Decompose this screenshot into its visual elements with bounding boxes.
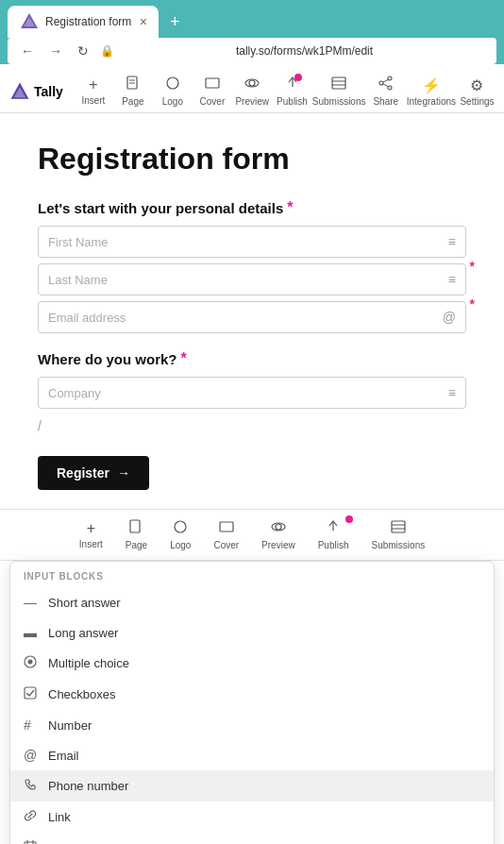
svg-rect-12	[332, 77, 345, 89]
work-required-star: *	[181, 350, 187, 367]
share-icon	[378, 76, 394, 94]
svg-line-19	[383, 84, 388, 87]
phone-number-label: Phone number	[48, 779, 128, 793]
lock-icon: 🔒	[100, 44, 114, 58]
last-name-required: *	[470, 259, 475, 274]
personal-required-star: *	[287, 199, 293, 216]
input-block-long-answer[interactable]: ▬ Long answer	[10, 617, 494, 648]
url-display[interactable]: tally.so/forms/wk1PMm/edit	[122, 44, 487, 58]
input-block-number[interactable]: # Number	[10, 710, 494, 740]
preview-icon	[244, 76, 260, 94]
bottom-page[interactable]: Page	[114, 515, 159, 554]
link-icon	[24, 809, 39, 825]
bottom-cover-icon	[219, 519, 234, 538]
first-name-icon: ≡	[448, 234, 456, 249]
publish-notification-dot	[294, 74, 302, 81]
last-name-placeholder: Last Name	[48, 273, 108, 287]
work-section-label: Where do you work? *	[38, 350, 466, 367]
svg-point-23	[276, 524, 281, 530]
work-section: Where do you work? * Company ≡	[38, 350, 466, 409]
input-block-phone-number[interactable]: Phone number	[10, 770, 494, 802]
company-icon: ≡	[448, 385, 456, 400]
short-answer-icon: —	[24, 595, 39, 610]
input-blocks-panel: INPUT BLOCKS — Short answer ▬ Long answe…	[9, 561, 495, 844]
insert-icon: +	[89, 76, 97, 93]
toolbar-cover[interactable]: Cover	[195, 74, 229, 109]
svg-rect-31	[25, 687, 36, 699]
bottom-publish[interactable]: Publish	[307, 515, 361, 554]
bottom-submissions-label: Submissions	[372, 540, 426, 550]
toolbar-logo-label: Logo	[162, 96, 183, 107]
first-name-field[interactable]: First Name ≡	[38, 226, 466, 258]
toolbar-integrations[interactable]: ⚡ Integrations	[409, 75, 454, 109]
bottom-publish-icon	[326, 519, 341, 538]
svg-point-17	[388, 86, 392, 90]
form-title: Registration form	[38, 142, 466, 177]
toolbar-page[interactable]: Page	[116, 74, 150, 109]
last-name-field[interactable]: Last Name ≡ *	[38, 263, 466, 295]
browser-chrome: Registration form × + ← → ↻ 🔒 tally.so/f…	[0, 0, 504, 64]
short-answer-label: Short answer	[48, 596, 121, 610]
toolbar-share[interactable]: Share	[369, 74, 403, 109]
toolbar-logo[interactable]: Logo	[156, 74, 190, 109]
tally-logo-icon	[9, 81, 30, 102]
svg-point-15	[388, 76, 392, 80]
toolbar-cover-label: Cover	[200, 96, 226, 107]
svg-point-9	[249, 80, 255, 86]
bottom-toolbar: + Insert Page Logo Cover Preview Publish	[0, 509, 504, 561]
toolbar-share-label: Share	[373, 96, 398, 107]
bottom-publish-label: Publish	[318, 540, 349, 550]
input-block-multiple-choice[interactable]: Multiple choice	[10, 648, 494, 679]
toolbar-insert[interactable]: + Insert	[76, 75, 110, 108]
tab-close-btn[interactable]: ×	[140, 14, 147, 29]
svg-point-30	[28, 660, 33, 665]
link-label: Link	[48, 810, 71, 824]
last-name-icon: ≡	[448, 272, 456, 287]
active-tab[interactable]: Registration form ×	[8, 6, 159, 38]
email-icon: @	[443, 310, 456, 325]
cover-icon	[205, 76, 220, 94]
integrations-icon: ⚡	[422, 76, 441, 94]
forward-button[interactable]: →	[45, 42, 66, 60]
input-block-short-answer[interactable]: — Short answer	[10, 587, 494, 617]
input-block-email[interactable]: @ Email	[10, 740, 494, 770]
tally-logo[interactable]: Tally	[9, 81, 63, 102]
register-button[interactable]: Register →	[38, 456, 149, 490]
long-answer-label: Long answer	[48, 626, 118, 640]
bottom-insert[interactable]: + Insert	[68, 516, 114, 553]
submissions-icon	[331, 76, 346, 94]
toolbar-settings[interactable]: ⚙ Settings	[460, 75, 495, 109]
bottom-submissions[interactable]: Submissions	[361, 515, 437, 554]
address-bar: ← → ↻ 🔒 tally.so/forms/wk1PMm/edit	[8, 38, 496, 64]
refresh-button[interactable]: ↻	[74, 42, 92, 60]
input-blocks-header: INPUT BLOCKS	[10, 562, 494, 587]
personal-section-label: Let's start with your personal details *	[38, 199, 466, 216]
email-placeholder: Email address	[48, 311, 126, 325]
toolbar-submissions[interactable]: Submissions	[315, 74, 363, 109]
multiple-choice-label: Multiple choice	[48, 656, 129, 670]
number-label: Number	[48, 718, 92, 733]
email-field[interactable]: Email address @ *	[38, 301, 466, 333]
svg-point-16	[379, 81, 383, 85]
svg-rect-8	[206, 78, 219, 88]
input-block-checkboxes[interactable]: Checkboxes	[10, 679, 494, 710]
bottom-logo[interactable]: Logo	[159, 515, 202, 554]
slash-divider: /	[38, 414, 466, 437]
toolbar-preview-label: Preview	[235, 96, 269, 107]
bottom-preview[interactable]: Preview	[250, 515, 307, 554]
back-button[interactable]: ←	[17, 42, 38, 60]
company-placeholder: Company	[48, 386, 101, 400]
toolbar-insert-label: Insert	[81, 95, 105, 106]
bottom-publish-dot	[345, 515, 353, 523]
tab-title: Registration form	[45, 15, 134, 28]
bottom-cover[interactable]: Cover	[202, 515, 250, 554]
toolbar-preview[interactable]: Preview	[235, 74, 270, 109]
input-block-link[interactable]: Link	[10, 802, 494, 833]
toolbar-publish[interactable]: Publish	[276, 74, 310, 109]
email-block-label: Email	[48, 749, 79, 763]
new-tab-button[interactable]: +	[162, 8, 188, 36]
toolbar-integrations-label: Integrations	[407, 96, 456, 107]
company-field[interactable]: Company ≡	[38, 377, 466, 409]
input-blocks-list: — Short answer ▬ Long answer Multiple ch…	[10, 587, 494, 844]
input-block-date[interactable]: Date	[10, 833, 494, 844]
